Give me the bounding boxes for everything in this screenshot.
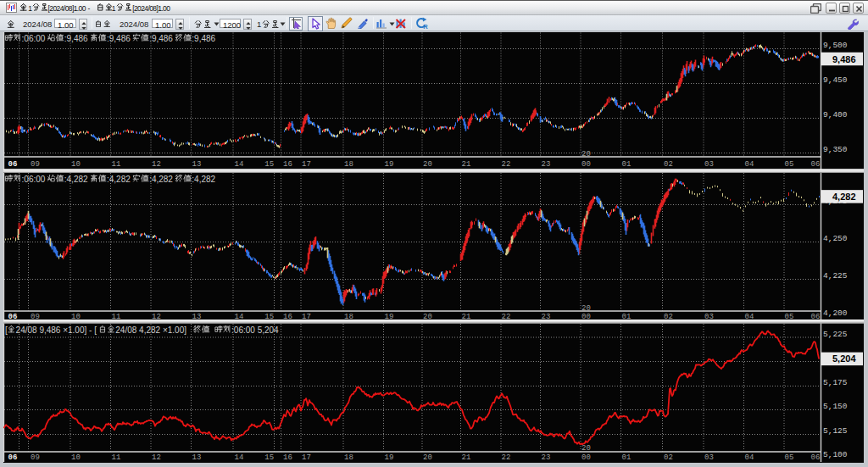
svg-text::06:00: :06:00 [22,34,46,43]
svg-text:17: 17 [302,160,311,169]
svg-text:03: 03 [704,453,714,462]
svg-text:04: 04 [745,313,754,321]
svg-text:19: 19 [385,313,394,321]
svg-text:9,500: 9,500 [823,41,848,50]
svg-text:18: 18 [344,313,353,321]
svg-text:9,400: 9,400 [823,110,848,120]
svg-text::9,486: :9,486 [192,34,215,43]
svg-text:04: 04 [745,453,754,462]
svg-text:5,175: 5,175 [823,378,848,387]
svg-text:20: 20 [581,150,591,158]
svg-text:5,204: 5,204 [832,353,856,364]
svg-text:05: 05 [785,160,794,169]
svg-text:20: 20 [423,313,432,321]
svg-text:03: 03 [704,160,714,169]
svg-text:5,225: 5,225 [823,330,848,339]
svg-text:5,100: 5,100 [823,450,848,459]
svg-text:10: 10 [71,160,81,169]
svg-text::9,486: :9,486 [64,34,88,43]
svg-text:16: 16 [283,160,292,169]
svg-text:18: 18 [344,160,353,169]
svg-text:R: R [423,22,428,29]
svg-text:06: 06 [811,313,821,321]
svg-text:21: 21 [462,313,471,321]
svg-text:20: 20 [423,453,432,462]
svg-text:02: 02 [664,453,673,462]
svg-text:22: 22 [502,160,511,169]
svg-text:16: 16 [283,313,292,321]
svg-text:4,225: 4,225 [823,271,848,281]
svg-text:23: 23 [542,453,551,462]
svg-text:4,282: 4,282 [832,192,856,202]
svg-text:09: 09 [31,313,40,321]
svg-text:10: 10 [71,313,81,321]
svg-text:5,150: 5,150 [823,402,848,411]
svg-text:06: 06 [811,453,821,462]
svg-text:13: 13 [192,160,202,169]
svg-text::4,282: :4,282 [107,175,131,184]
svg-text:11: 11 [112,453,121,462]
svg-text:09: 09 [31,453,40,462]
svg-text:20: 20 [581,304,591,313]
svg-text::4,282: :4,282 [149,175,173,184]
svg-text:06: 06 [8,453,18,462]
svg-text:20: 20 [423,160,432,169]
svg-text:15: 15 [264,453,274,462]
svg-text:23: 23 [542,313,551,321]
svg-text:03: 03 [704,313,714,321]
svg-text::9,486: :9,486 [107,34,131,43]
svg-text::9,486: :9,486 [149,34,173,43]
svg-text:10: 10 [71,453,81,462]
svg-text:00: 00 [581,453,591,462]
svg-text:13: 13 [192,313,202,321]
svg-text:4,250: 4,250 [823,234,848,243]
svg-text:12: 12 [152,160,161,169]
svg-text:15: 15 [264,313,274,321]
svg-text:01: 01 [622,453,632,462]
svg-text:9,350: 9,350 [823,145,848,154]
svg-text:14: 14 [235,160,244,169]
svg-text:24/08 4,282 ×1.00]: 24/08 4,282 ×1.00] [115,325,186,335]
svg-text:23: 23 [542,160,551,169]
svg-text:18: 18 [344,453,353,462]
svg-text:20: 20 [581,444,591,453]
svg-text:17: 17 [302,453,311,462]
svg-text:14: 14 [235,453,244,462]
svg-text:00: 00 [581,313,591,321]
svg-text:9,450: 9,450 [823,75,848,85]
svg-text:4,200: 4,200 [823,309,848,318]
svg-text:11: 11 [112,160,121,169]
svg-text:12: 12 [152,313,161,321]
svg-text:05: 05 [785,453,794,462]
svg-text:04: 04 [745,160,754,169]
svg-text:06: 06 [8,160,18,169]
svg-text:5,125: 5,125 [823,426,848,436]
svg-text:05: 05 [785,313,794,321]
svg-text:06: 06 [811,160,821,169]
svg-text:22: 22 [502,313,511,321]
svg-text:[: [ [5,325,8,335]
svg-text:02: 02 [664,160,673,169]
svg-text:12: 12 [152,453,161,462]
svg-text:9,486: 9,486 [832,54,856,64]
svg-text:14: 14 [235,313,244,321]
svg-text::4,282: :4,282 [192,175,215,184]
svg-text::4,282: :4,282 [64,175,88,184]
svg-text:06: 06 [8,313,18,321]
svg-text:15: 15 [264,160,274,169]
svg-text:00: 00 [581,160,591,169]
svg-text:01: 01 [622,313,632,321]
svg-text:09: 09 [31,160,40,169]
svg-text:13: 13 [192,453,202,462]
svg-text::06:00: :06:00 [22,175,46,184]
svg-text:24/08 9,486 ×1.00] - [: 24/08 9,486 ×1.00] - [ [16,325,97,335]
svg-text:16: 16 [283,453,292,462]
svg-text:02: 02 [664,313,673,321]
svg-text::06:00 5,204: :06:00 5,204 [231,325,279,335]
svg-text:21: 21 [462,160,471,169]
svg-text:01: 01 [622,160,632,169]
svg-text:22: 22 [502,453,511,462]
svg-text:17: 17 [302,313,311,321]
svg-text:11: 11 [112,313,121,321]
svg-text:21: 21 [462,453,471,462]
